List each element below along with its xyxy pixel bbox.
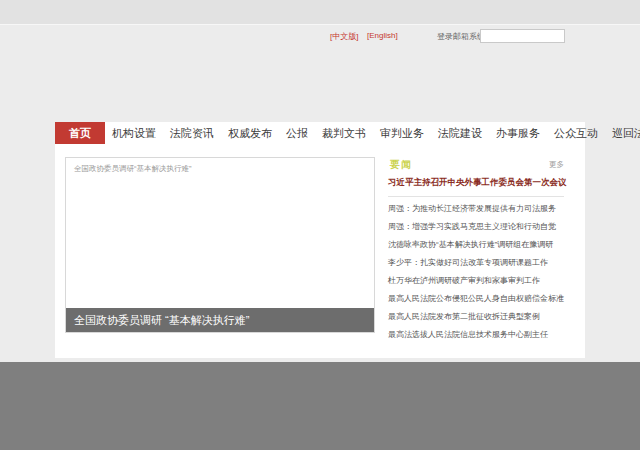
nav-item-public-interaction[interactable]: 公众互动 bbox=[547, 122, 605, 144]
news-item[interactable]: 周强：为推动长江经济带发展提供有力司法服务 bbox=[388, 200, 564, 218]
main-content: 全国政协委员调研“基本解决执行难” 全国政协委员调研 “基本解决执行难” 要闻 … bbox=[55, 144, 585, 358]
news-item[interactable]: 周强：增强学习实践马克思主义理论和行动自觉 bbox=[388, 218, 564, 236]
nav-item-circuit-court[interactable]: 巡回法庭 bbox=[605, 122, 640, 144]
news-item[interactable]: 沈德咏率政协“基本解决执行难”调研组在豫调研 bbox=[388, 236, 564, 254]
news-list: 周强：为推动长江经济带发展提供有力司法服务 周强：增强学习实践马克思主义理论和行… bbox=[388, 200, 564, 344]
nav-item-home[interactable]: 首页 bbox=[55, 122, 105, 144]
top-strip bbox=[0, 0, 640, 25]
carousel-image-alt-text: 全国政协委员调研“基本解决执行难” bbox=[74, 164, 192, 174]
carousel-caption[interactable]: 全国政协委员调研 “基本解决执行难” bbox=[66, 308, 374, 332]
mail-login-link[interactable]: 登录邮箱系统 bbox=[437, 31, 485, 42]
nav-item-court-construction[interactable]: 法院建设 bbox=[431, 122, 489, 144]
news-more-link[interactable]: 更多 bbox=[549, 160, 564, 170]
nav-item-organization[interactable]: 机构设置 bbox=[105, 122, 163, 144]
nav-item-judgment-documents[interactable]: 裁判文书 bbox=[315, 122, 373, 144]
nav-item-gazette[interactable]: 公报 bbox=[279, 122, 315, 144]
nav-item-trial-business[interactable]: 审判业务 bbox=[373, 122, 431, 144]
nav-item-services[interactable]: 办事服务 bbox=[489, 122, 547, 144]
carousel-box[interactable]: 全国政协委员调研“基本解决执行难” 全国政协委员调研 “基本解决执行难” bbox=[65, 157, 375, 333]
news-divider bbox=[388, 196, 564, 197]
news-panel: 要闻 更多 习近平主持召开中央外事工作委员会第一次会议 周强：为推动长江经济带发… bbox=[388, 157, 564, 344]
nav-item-authoritative-release[interactable]: 权威发布 bbox=[221, 122, 279, 144]
news-item[interactable]: 最高人民法院公布侵犯公民人身自由权赔偿金标准 bbox=[388, 290, 564, 308]
news-item[interactable]: 杜万华在泸州调研破产审判和家事审判工作 bbox=[388, 272, 564, 290]
news-item[interactable]: 最高人民法院发布第二批征收拆迁典型案例 bbox=[388, 308, 564, 326]
search-input[interactable] bbox=[480, 29, 565, 43]
main-nav: 首页 机构设置 法院资讯 权威发布 公报 裁判文书 审判业务 法院建设 办事服务… bbox=[55, 122, 585, 144]
news-tab-headlines[interactable]: 要闻 bbox=[390, 158, 412, 172]
utility-bar: [中文版] [English] 登录邮箱系统 bbox=[0, 29, 640, 45]
page-footer bbox=[0, 362, 640, 450]
news-item[interactable]: 最高法选拔人民法院信息技术服务中心副主任 bbox=[388, 326, 564, 344]
lang-english-link[interactable]: [English] bbox=[367, 31, 398, 40]
lang-chinese-link[interactable]: [中文版] bbox=[330, 31, 358, 42]
nav-item-court-news[interactable]: 法院资讯 bbox=[163, 122, 221, 144]
news-headline-link[interactable]: 习近平主持召开中央外事工作委员会第一次会议 bbox=[388, 177, 564, 189]
news-header: 要闻 更多 bbox=[388, 157, 564, 173]
news-item[interactable]: 李少平：扎实做好司法改革专项调研课题工作 bbox=[388, 254, 564, 272]
